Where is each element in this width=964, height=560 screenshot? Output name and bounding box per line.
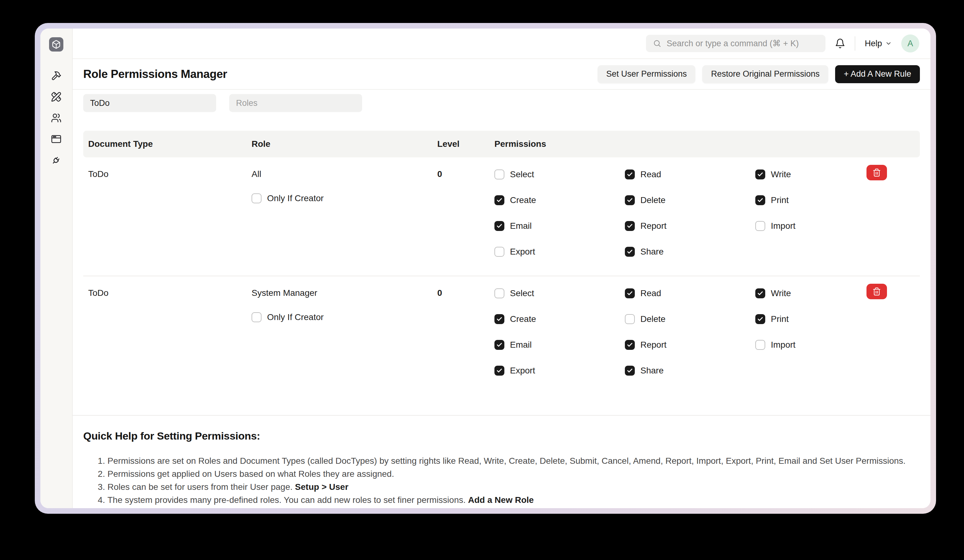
permission-select[interactable]: Select <box>494 169 625 180</box>
permission-label: Export <box>510 247 535 257</box>
permissions-table: Document Type Role Level Permissions ToD… <box>83 131 920 415</box>
checkbox-icon[interactable] <box>755 288 765 298</box>
help-menu[interactable]: Help <box>865 39 892 49</box>
permission-label: Read <box>640 288 661 298</box>
checkbox-icon[interactable] <box>252 193 262 203</box>
permission-read[interactable]: Read <box>625 169 755 180</box>
document-type-cell: ToDo <box>88 288 252 376</box>
permission-label: Share <box>640 366 664 376</box>
document-type-filter-input[interactable]: ToDo <box>83 94 216 112</box>
sidebar-hammer-icon[interactable] <box>50 70 62 81</box>
level-cell: 0 <box>437 169 494 257</box>
role-name: System Manager <box>252 288 437 298</box>
table-row: ToDo System Manager Only If Creator 0 Se… <box>83 276 920 415</box>
checkbox-icon[interactable] <box>494 366 504 376</box>
permission-label: Delete <box>640 314 666 324</box>
search-input[interactable]: Search or type a command (⌘ + K) <box>646 35 826 52</box>
checkbox-icon[interactable] <box>755 169 765 179</box>
permission-write[interactable]: Write <box>755 288 886 299</box>
permissions-grid: SelectReadWriteCreateDeletePrintEmailRep… <box>494 288 915 376</box>
permission-label: Import <box>771 340 795 350</box>
checkbox-icon[interactable] <box>252 312 262 322</box>
document-type-filter-value: ToDo <box>90 98 110 108</box>
permission-label: Write <box>771 288 791 298</box>
sidebar-users-icon[interactable] <box>50 112 62 123</box>
quick-help-heading: Quick Help for Setting Permissions: <box>83 430 920 442</box>
checkbox-icon[interactable] <box>625 169 635 179</box>
quick-help-item: The system provides many pre-defined rol… <box>107 493 920 506</box>
permission-label: Export <box>510 366 535 376</box>
permission-print[interactable]: Print <box>755 314 886 325</box>
permission-share[interactable]: Share <box>625 365 755 376</box>
sidebar-plug-icon[interactable] <box>50 154 62 166</box>
permission-create[interactable]: Create <box>494 314 625 325</box>
permission-delete[interactable]: Delete <box>625 314 755 325</box>
permission-delete[interactable]: Delete <box>625 195 755 206</box>
quick-help-item: Permissions are set on Roles and Documen… <box>107 454 920 467</box>
add-new-rule-button[interactable]: + Add A New Rule <box>835 65 920 83</box>
quick-help-list: Permissions are set on Roles and Documen… <box>83 454 920 506</box>
checkbox-icon[interactable] <box>494 314 504 324</box>
permission-select[interactable]: Select <box>494 288 625 299</box>
permission-report[interactable]: Report <box>625 221 755 231</box>
permission-create[interactable]: Create <box>494 195 625 206</box>
permission-label: Print <box>771 314 789 324</box>
permission-read[interactable]: Read <box>625 288 755 299</box>
avatar[interactable]: A <box>901 34 919 52</box>
delete-rule-button[interactable] <box>866 284 887 299</box>
permission-label: Share <box>640 247 664 257</box>
permission-label: Delete <box>640 195 666 205</box>
permission-write[interactable]: Write <box>755 169 886 180</box>
checkbox-icon[interactable] <box>625 221 635 231</box>
checkbox-icon[interactable] <box>625 247 635 257</box>
restore-original-permissions-button[interactable]: Restore Original Permissions <box>702 65 828 83</box>
permission-email[interactable]: Email <box>494 221 625 231</box>
permission-share[interactable]: Share <box>625 247 755 257</box>
checkbox-icon[interactable] <box>755 340 765 350</box>
checkbox-icon[interactable] <box>755 195 765 205</box>
permission-label: Report <box>640 221 666 231</box>
checkbox-icon[interactable] <box>625 195 635 205</box>
only-if-creator-checkbox[interactable]: Only If Creator <box>252 193 437 203</box>
role-name: All <box>252 169 437 179</box>
main-area: Search or type a command (⌘ + K) Help A … <box>73 29 930 508</box>
permission-import[interactable]: Import <box>755 339 886 350</box>
permission-report[interactable]: Report <box>625 339 755 350</box>
checkbox-icon[interactable] <box>494 288 504 298</box>
set-user-permissions-button[interactable]: Set User Permissions <box>598 65 696 83</box>
quick-help-item-link: Setup > User <box>295 482 348 492</box>
permission-print[interactable]: Print <box>755 195 886 206</box>
checkbox-icon[interactable] <box>494 169 504 179</box>
checkbox-icon[interactable] <box>494 221 504 231</box>
notification-bell-icon[interactable] <box>835 38 845 49</box>
role-cell: System Manager Only If Creator <box>252 288 437 376</box>
roles-filter-input[interactable]: Roles <box>229 94 362 112</box>
checkbox-icon[interactable] <box>625 340 635 350</box>
checkbox-icon[interactable] <box>494 195 504 205</box>
permission-export[interactable]: Export <box>494 365 625 376</box>
permission-label: Report <box>640 340 666 350</box>
help-label: Help <box>865 39 882 49</box>
document-type-cell: ToDo <box>88 169 252 257</box>
sidebar-app-window-icon[interactable] <box>50 133 62 144</box>
delete-rule-button[interactable] <box>866 165 887 180</box>
checkbox-icon[interactable] <box>625 288 635 298</box>
checkbox-icon[interactable] <box>755 314 765 324</box>
checkbox-icon[interactable] <box>625 314 635 324</box>
app-logo-cube-icon[interactable] <box>49 37 64 52</box>
sidebar-pencil-ruler-icon[interactable] <box>50 91 62 102</box>
permission-label: Select <box>510 288 534 298</box>
permission-label: Create <box>510 314 536 324</box>
only-if-creator-checkbox[interactable]: Only If Creator <box>252 312 437 322</box>
roles-filter-placeholder: Roles <box>236 98 257 108</box>
permission-label: Print <box>771 195 789 205</box>
checkbox-icon[interactable] <box>755 221 765 231</box>
permission-label: Read <box>640 169 661 179</box>
checkbox-icon[interactable] <box>494 340 504 350</box>
checkbox-icon[interactable] <box>494 247 504 257</box>
permission-import[interactable]: Import <box>755 221 886 231</box>
checkbox-icon[interactable] <box>625 366 635 376</box>
permission-export[interactable]: Export <box>494 247 625 257</box>
permission-email[interactable]: Email <box>494 339 625 350</box>
quick-help-section: Quick Help for Setting Permissions: Perm… <box>73 415 930 506</box>
